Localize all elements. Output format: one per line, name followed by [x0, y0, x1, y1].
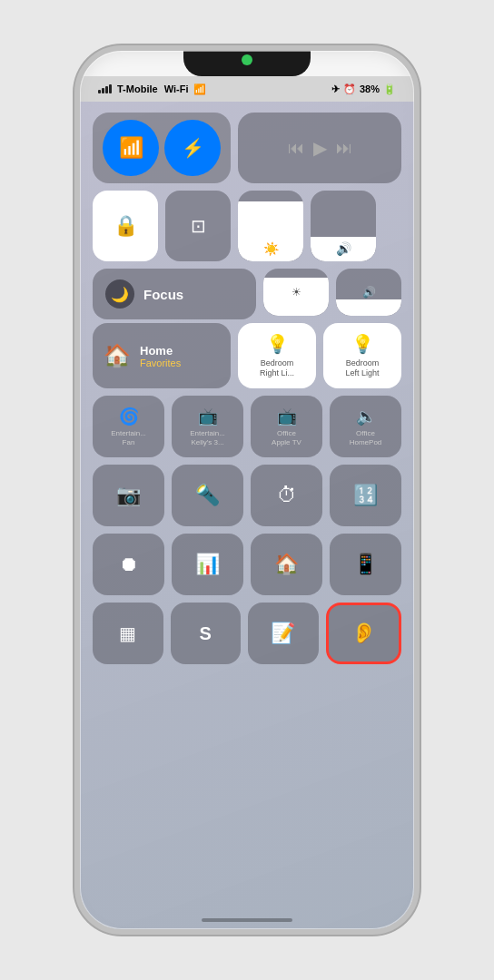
appletv-icon: 📺 — [277, 407, 297, 426]
audio-icon: 📊 — [195, 553, 220, 576]
bedroom-right-label: BedroomRight Li... — [260, 358, 294, 378]
signal-bar-4 — [109, 84, 112, 93]
camera-icon: 📷 — [116, 484, 141, 507]
office-homepod-button[interactable]: 🔈 OfficeHomePod — [330, 396, 401, 457]
row-connectivity-media: 📶 ⚡ ⏮ ▶ ⏭ — [93, 113, 401, 183]
row-camera-tools: 📷 🔦 ⏱ 🔢 — [93, 465, 401, 526]
row-entertainment: 🌀 Entertain...Fan 📺 Entertain...Kelly's … — [93, 396, 401, 457]
brightness-tile-2[interactable]: ☀ — [263, 269, 329, 316]
volume-slider[interactable]: 🔊 — [311, 191, 376, 261]
tv-icon: 📺 — [198, 407, 218, 426]
home-sub: Favorites — [140, 358, 181, 368]
lock-icon: 🔒 — [114, 214, 138, 238]
brightness-icon: ☀️ — [263, 241, 279, 256]
home-icon: 🏠 — [104, 343, 131, 368]
phone-frame: T-Mobile Wi-Fi 📶 ✈ ⏰ 38% 🔋 📶 ⚡ — [74, 45, 420, 935]
calculator-button[interactable]: 🔢 — [330, 465, 401, 526]
bulb-icon-right: 💡 — [266, 333, 289, 355]
media-back-button[interactable]: ⏮ — [288, 139, 304, 158]
status-left: T-Mobile Wi-Fi 📶 — [98, 83, 206, 95]
sun-icon: ☀ — [291, 286, 301, 299]
media-forward-button[interactable]: ⏭ — [336, 139, 352, 158]
row-home: 🏠 Home Favorites 💡 BedroomRight Li... 💡 … — [93, 323, 401, 388]
bedroom-right-light-button[interactable]: 💡 BedroomRight Li... — [238, 323, 316, 388]
battery-icon: 🔋 — [383, 83, 396, 95]
row-screen-tools: ⏺ 📊 🏠 📱 — [93, 534, 401, 595]
control-center: 📶 ⚡ ⏮ ▶ ⏭ 🔒 ⊡ — [80, 102, 414, 929]
home-app-button[interactable]: 🏠 — [251, 534, 322, 595]
wifi-button[interactable]: 📶 — [103, 120, 159, 176]
home-favorites-button[interactable]: 🏠 Home Favorites — [93, 323, 231, 388]
network-label: Wi-Fi — [164, 83, 189, 94]
homepod-icon: 🔈 — [356, 407, 376, 426]
office-appletv-label: OfficeApple TV — [272, 429, 301, 446]
notes-icon: 📝 — [271, 622, 295, 645]
shazam-icon: S — [200, 623, 212, 644]
rotation-lock-button[interactable]: 🔒 — [93, 191, 158, 261]
focus-moon-icon: 🌙 — [105, 279, 134, 309]
hearing-button[interactable]: 👂 — [326, 603, 402, 664]
notch — [183, 51, 311, 76]
shazam-button[interactable]: S — [171, 603, 242, 664]
home-title: Home — [140, 344, 181, 358]
qr-scanner-button[interactable]: ▦ — [93, 603, 163, 664]
entertain-kelly-label: Entertain...Kelly's 3... — [190, 429, 225, 446]
screen-record-button[interactable]: ⏺ — [93, 534, 164, 595]
camera-button[interactable]: 📷 — [93, 465, 164, 526]
volume-tile-2[interactable]: 🔊 — [336, 269, 401, 316]
carrier-label: T-Mobile — [117, 83, 158, 94]
home-app-icon: 🏠 — [274, 553, 299, 576]
row-focus: 🌙 Focus ☀ 🔊 — [93, 269, 401, 316]
entertain-fan-button[interactable]: 🌀 Entertain...Fan — [93, 396, 164, 457]
bedroom-left-label: BedroomLeft Light — [345, 358, 379, 378]
speaker-icon: 🔊 — [362, 286, 376, 299]
home-indicator — [202, 918, 292, 922]
fan-icon: 🌀 — [119, 407, 139, 426]
hearing-icon: 👂 — [351, 622, 376, 645]
volume-down-button[interactable] — [74, 260, 78, 296]
row-extras: ▦ S 📝 👂 — [93, 603, 401, 664]
flashlight-button[interactable]: 🔦 — [172, 465, 243, 526]
entertain-kelly-button[interactable]: 📺 Entertain...Kelly's 3... — [172, 396, 243, 457]
volume-up-button[interactable] — [74, 214, 78, 250]
audio-meter-button[interactable]: 📊 — [172, 534, 243, 595]
focus-label: Focus — [143, 287, 183, 302]
power-button[interactable] — [416, 232, 420, 287]
remote-icon: 📱 — [353, 553, 378, 576]
screen-mirror-button[interactable]: ⊡ — [165, 191, 231, 261]
office-appletv-button[interactable]: 📺 OfficeApple TV — [251, 396, 322, 457]
office-homepod-label: OfficeHomePod — [350, 429, 382, 446]
bluetooth-button[interactable]: ⚡ — [164, 120, 221, 176]
signal-bar-3 — [105, 86, 108, 93]
signal-bars — [98, 84, 112, 93]
entertain-fan-label: Entertain...Fan — [111, 429, 146, 446]
wifi-icon: 📶 — [119, 136, 143, 160]
row-controls: 🔒 ⊡ ☀️ 🔊 — [93, 191, 401, 261]
media-play-button[interactable]: ▶ — [313, 137, 327, 159]
qr-icon: ▦ — [119, 622, 136, 644]
volume-fill-2 — [336, 299, 401, 316]
timer-button[interactable]: ⏱ — [251, 465, 322, 526]
bedroom-left-light-button[interactable]: 💡 BedroomLeft Light — [323, 323, 401, 388]
home-text: Home Favorites — [140, 344, 181, 368]
location-icon: ✈ — [331, 83, 340, 95]
timer-icon: ⏱ — [277, 484, 297, 507]
brightness-slider[interactable]: ☀️ — [238, 191, 303, 261]
remote-button[interactable]: 📱 — [330, 534, 401, 595]
status-bar: T-Mobile Wi-Fi 📶 ✈ ⏰ 38% 🔋 — [80, 76, 414, 102]
green-indicator — [242, 54, 252, 65]
volume-icon: 🔊 — [336, 241, 351, 256]
calculator-icon: 🔢 — [353, 484, 378, 507]
bulb-icon-left: 💡 — [351, 333, 374, 355]
signal-bar-1 — [98, 90, 101, 93]
focus-button[interactable]: 🌙 Focus — [93, 269, 256, 319]
record-icon: ⏺ — [119, 553, 139, 576]
media-block: ⏮ ▶ ⏭ — [238, 113, 401, 183]
status-right: ✈ ⏰ 38% 🔋 — [331, 83, 396, 95]
mirror-icon: ⊡ — [191, 215, 206, 237]
notes-button[interactable]: 📝 — [248, 603, 319, 664]
bluetooth-icon: ⚡ — [182, 137, 204, 159]
alarm-icon: ⏰ — [343, 83, 356, 95]
connectivity-block: 📶 ⚡ — [93, 113, 231, 183]
battery-percent: 38% — [360, 83, 380, 94]
